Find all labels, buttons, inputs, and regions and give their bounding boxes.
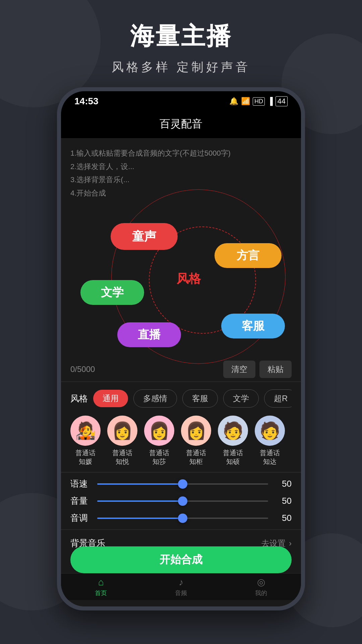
pitch-fill xyxy=(97,518,183,519)
sub-title: 风格多样 定制好声音 xyxy=(0,59,362,75)
volume-thumb[interactable] xyxy=(178,496,187,506)
phone-mockup: 14:53 🔔 📶 HD ▐ 44 百灵配音 1.输入或粘贴需要合成音频的文字(… xyxy=(57,87,305,610)
synthesize-button[interactable]: 开始合成 xyxy=(70,546,292,573)
wheel-center-label: 风格 xyxy=(177,271,201,287)
status-bar: 14:53 🔔 📶 HD ▐ 44 xyxy=(61,91,301,111)
speed-thumb[interactable] xyxy=(178,479,187,489)
divider-2 xyxy=(61,472,301,473)
bottom-nav: ⌂ 首页 ♪ 音频 ◎ 我的 xyxy=(61,573,301,600)
volume-slider-row: 音量 50 xyxy=(70,495,292,507)
instruction-2: 2.选择发音人，设... xyxy=(70,160,292,173)
content-area: 1.输入或粘贴需要合成音频的文字(不超过5000字) 2.选择发音人，设... … xyxy=(61,139,301,600)
audio-icon: ♪ xyxy=(179,577,183,588)
voice-avatars-row: 🧑‍🎤 普通话知媛 👩 普通话知悦 👩 普通话知莎 👩 普通话知柜 xyxy=(70,412,292,469)
app-title-text: 百灵配音 xyxy=(160,118,202,130)
style-tags-row: 风格 通用 多感情 客服 文学 超R xyxy=(70,385,292,412)
home-icon: ⌂ xyxy=(98,577,104,588)
voice-name-1: 普通话知媛 xyxy=(75,448,96,466)
status-icons: 🔔 📶 HD ▐ 44 xyxy=(229,96,288,106)
app-titlebar: 百灵配音 xyxy=(61,111,301,139)
speed-fill xyxy=(97,483,183,485)
nav-label-audio: 音频 xyxy=(175,589,187,597)
battery-icon: 44 xyxy=(276,96,288,106)
wifi-icon: 📶 xyxy=(241,97,250,106)
style-tag-chaor[interactable]: 超R xyxy=(264,389,292,408)
voice-name-4: 普通话知柜 xyxy=(186,448,206,466)
sliders-section: 语速 50 音量 50 xyxy=(70,478,292,524)
voice-item-2[interactable]: 👩 普通话知悦 xyxy=(107,416,137,466)
style-tag-wenxue[interactable]: 文学 xyxy=(223,389,259,408)
char-count: 0/5000 xyxy=(70,365,95,374)
voice-avatar-6: 🧑 xyxy=(255,416,285,446)
clear-button[interactable]: 清空 xyxy=(223,361,255,378)
voice-avatar-1: 🧑‍🎤 xyxy=(70,416,101,446)
speed-value: 50 xyxy=(275,479,292,489)
bubble-wenxue[interactable]: 文学 xyxy=(80,280,144,305)
speed-label: 语速 xyxy=(70,478,90,490)
nav-item-mine[interactable]: ◎ 我的 xyxy=(255,577,267,597)
voice-item-5[interactable]: 🧑 普通话知硕 xyxy=(218,416,248,466)
pitch-value: 50 xyxy=(275,513,292,523)
style-tag-duoganqing[interactable]: 多感情 xyxy=(133,389,177,408)
phone-outer: 14:53 🔔 📶 HD ▐ 44 百灵配音 1.输入或粘贴需要合成音频的文字(… xyxy=(57,87,305,610)
nav-label-mine: 我的 xyxy=(255,589,267,597)
voice-item-1[interactable]: 🧑‍🎤 普通话知媛 xyxy=(70,416,101,466)
instruction-1: 1.输入或粘贴需要合成音频的文字(不超过5000字) xyxy=(70,147,292,160)
phone-inner: 14:53 🔔 📶 HD ▐ 44 百灵配音 1.输入或粘贴需要合成音频的文字(… xyxy=(61,91,301,606)
chevron-right-icon: › xyxy=(289,539,292,548)
voice-avatar-2: 👩 xyxy=(107,416,137,446)
divider-3 xyxy=(61,529,301,530)
paste-button[interactable]: 粘贴 xyxy=(259,361,292,378)
pitch-track[interactable] xyxy=(97,518,268,519)
status-time: 14:53 xyxy=(74,96,99,107)
nav-item-audio[interactable]: ♪ 音频 xyxy=(175,577,187,597)
header-section: 海量主播 风格多样 定制好声音 xyxy=(0,0,362,89)
pitch-thumb[interactable] xyxy=(178,514,187,523)
speed-slider-row: 语速 50 xyxy=(70,478,292,490)
style-wheel-area: 风格 童声 方言 文学 客服 直播 xyxy=(70,203,292,357)
pitch-slider-row: 音调 50 xyxy=(70,512,292,524)
voice-item-3[interactable]: 👩 普通话知莎 xyxy=(144,416,174,466)
style-tag-kefu[interactable]: 客服 xyxy=(182,389,218,408)
input-bottom-row: 0/5000 清空 粘贴 xyxy=(70,361,292,378)
voice-name-6: 普通话知达 xyxy=(260,448,280,466)
voice-avatar-4: 👩 xyxy=(181,416,211,446)
voice-name-3: 普通话知莎 xyxy=(149,448,169,466)
signal-icon: ▐ xyxy=(267,97,273,106)
style-row-label: 风格 xyxy=(70,393,88,405)
bubble-tongsheng[interactable]: 童声 xyxy=(111,223,178,250)
nav-item-home[interactable]: ⌂ 首页 xyxy=(95,577,107,597)
volume-fill xyxy=(97,500,183,502)
voice-name-5: 普通话知硕 xyxy=(223,448,243,466)
voice-name-2: 普通话知悦 xyxy=(112,448,132,466)
voice-item-6[interactable]: 🧑 普通话知达 xyxy=(255,416,285,466)
bubble-kefus[interactable]: 客服 xyxy=(221,314,285,338)
pitch-label: 音调 xyxy=(70,512,90,524)
volume-label: 音量 xyxy=(70,495,90,507)
voice-avatar-3: 👩 xyxy=(144,416,174,446)
instruction-3: 3.选择背景音乐(... xyxy=(70,173,292,186)
volume-track[interactable] xyxy=(97,500,268,502)
divider-1 xyxy=(61,381,301,382)
bell-icon: 🔔 xyxy=(229,97,238,106)
volume-value: 50 xyxy=(275,496,292,506)
voice-avatar-5: 🧑 xyxy=(218,416,248,446)
main-title: 海量主播 xyxy=(0,20,362,52)
speed-track[interactable] xyxy=(97,483,268,485)
mine-icon: ◎ xyxy=(257,577,265,588)
voice-item-4[interactable]: 👩 普通话知柜 xyxy=(181,416,211,466)
hd-badge: HD xyxy=(253,97,265,106)
nav-label-home: 首页 xyxy=(95,589,107,597)
bubble-fangyan[interactable]: 方言 xyxy=(215,243,282,268)
bubble-zhibo[interactable]: 直播 xyxy=(117,322,181,347)
style-tag-tongyong[interactable]: 通用 xyxy=(93,390,128,407)
action-buttons: 清空 粘贴 xyxy=(223,361,292,378)
